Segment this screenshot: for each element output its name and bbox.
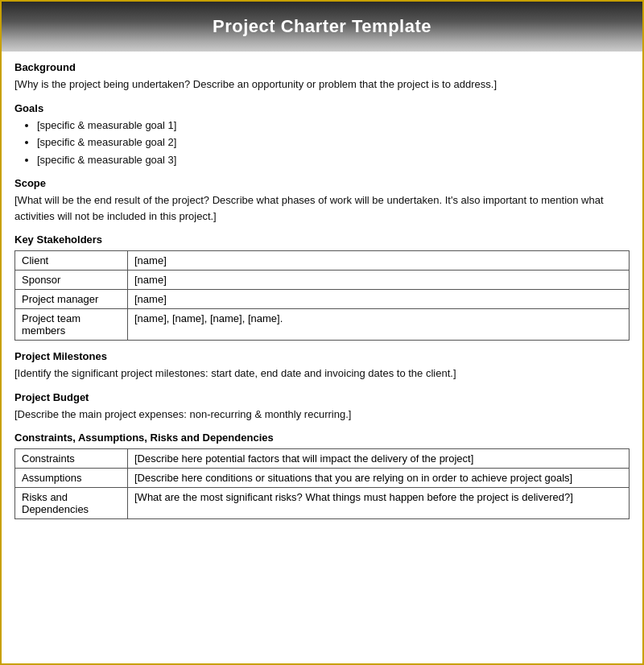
constraint-label: Assumptions [15, 469, 128, 488]
section-scope: Scope [What will be the end result of th… [14, 177, 630, 224]
list-item: [specific & measurable goal 3] [37, 152, 630, 168]
stakeholder-value: [name] [128, 271, 630, 290]
table-row: Project team members[name], [name], [nam… [15, 309, 630, 341]
table-row: Client[name] [15, 251, 630, 271]
stakeholders-table: Client[name]Sponsor[name]Project manager… [14, 250, 630, 341]
milestones-body: [Identify the significant project milest… [14, 366, 630, 382]
constraint-value: [Describe here conditions or situations … [128, 469, 630, 488]
constraint-value: [What are the most significant risks? Wh… [128, 488, 630, 519]
page-title: Project Charter Template [18, 16, 626, 37]
budget-body: [Describe the main project expenses: non… [14, 407, 630, 423]
goals-title: Goals [14, 102, 630, 114]
section-constraints: Constraints, Assumptions, Risks and Depe… [14, 432, 630, 519]
scope-title: Scope [14, 177, 630, 189]
scope-body: [What will be the end result of the proj… [14, 192, 630, 224]
table-row: Assumptions[Describe here conditions or … [15, 469, 630, 488]
background-title: Background [14, 61, 630, 73]
constraints-table: Constraints[Describe here potential fact… [14, 448, 630, 519]
budget-title: Project Budget [14, 391, 630, 403]
stakeholder-label: Project manager [15, 290, 128, 309]
stakeholders-title: Key Stakeholders [14, 233, 630, 246]
stakeholder-value: [name] [128, 290, 630, 309]
section-project-milestones: Project Milestones [Identify the signifi… [14, 350, 630, 382]
constraint-label: Risks and Dependencies [15, 488, 128, 519]
constraint-value: [Describe here potential factors that wi… [128, 449, 630, 469]
background-body: [Why is the project being undertaken? De… [14, 76, 630, 93]
section-goals: Goals [specific & measurable goal 1] [sp… [14, 102, 630, 168]
stakeholder-value: [name], [name], [name], [name]. [128, 309, 630, 341]
list-item: [specific & measurable goal 2] [37, 134, 630, 151]
constraints-title: Constraints, Assumptions, Risks and Depe… [14, 432, 630, 444]
table-row: Sponsor[name] [15, 271, 630, 290]
constraint-label: Constraints [15, 449, 128, 469]
table-row: Risks and Dependencies[What are the most… [15, 488, 630, 519]
list-item: [specific & measurable goal 1] [37, 118, 630, 134]
page-header: Project Charter Template [2, 2, 642, 52]
page-wrapper: Project Charter Template Background [Why… [0, 0, 644, 665]
table-row: Constraints[Describe here potential fact… [15, 449, 630, 469]
goals-list: [specific & measurable goal 1] [specific… [14, 118, 630, 168]
stakeholder-label: Sponsor [15, 271, 128, 290]
stakeholder-label: Client [15, 251, 128, 271]
section-project-budget: Project Budget [Describe the main projec… [14, 391, 630, 423]
constraints-table-body: Constraints[Describe here potential fact… [15, 449, 630, 519]
stakeholder-label: Project team members [15, 309, 128, 341]
milestones-title: Project Milestones [14, 350, 630, 362]
stakeholders-table-body: Client[name]Sponsor[name]Project manager… [15, 251, 630, 341]
section-background: Background [Why is the project being und… [14, 61, 630, 93]
page-content: Background [Why is the project being und… [2, 52, 642, 542]
stakeholder-value: [name] [128, 251, 630, 271]
table-row: Project manager[name] [15, 290, 630, 309]
section-key-stakeholders: Key Stakeholders Client[name]Sponsor[nam… [14, 233, 630, 341]
